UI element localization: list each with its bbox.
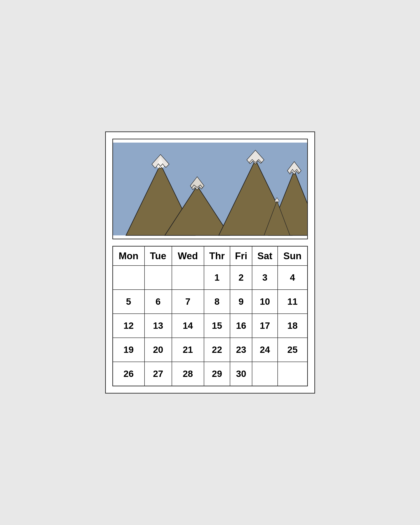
calendar-day-4-1[interactable]: 27 xyxy=(145,362,172,386)
calendar-day-4-5[interactable] xyxy=(252,362,278,386)
calendar-day-3-2[interactable]: 21 xyxy=(172,338,204,362)
calendar-day-0-0[interactable] xyxy=(113,266,145,290)
calendar-header-row: Mon Tue Wed Thr Fri Sat Sun xyxy=(113,246,307,266)
calendar-day-1-3[interactable]: 8 xyxy=(204,290,230,314)
calendar-day-0-4[interactable]: 2 xyxy=(230,266,252,290)
calendar-day-0-6[interactable]: 4 xyxy=(278,266,307,290)
mountain-illustration xyxy=(112,139,308,239)
calendar-day-0-2[interactable] xyxy=(172,266,204,290)
calendar-week-3: 12131415161718 xyxy=(113,314,307,338)
calendar-day-1-0[interactable]: 5 xyxy=(113,290,145,314)
col-thr: Thr xyxy=(204,246,230,266)
calendar-day-0-3[interactable]: 1 xyxy=(204,266,230,290)
calendar-day-1-6[interactable]: 11 xyxy=(278,290,307,314)
calendar-week-1: 1234 xyxy=(113,266,307,290)
calendar-day-2-3[interactable]: 15 xyxy=(204,314,230,338)
calendar-day-2-6[interactable]: 18 xyxy=(278,314,307,338)
calendar-page: Mon Tue Wed Thr Fri Sat Sun 123456789101… xyxy=(105,131,315,394)
col-mon: Mon xyxy=(113,246,145,266)
calendar-day-0-5[interactable]: 3 xyxy=(252,266,278,290)
calendar-day-0-1[interactable] xyxy=(145,266,172,290)
calendar-day-2-4[interactable]: 16 xyxy=(230,314,252,338)
calendar-day-2-2[interactable]: 14 xyxy=(172,314,204,338)
calendar-day-1-2[interactable]: 7 xyxy=(172,290,204,314)
col-wed: Wed xyxy=(172,246,204,266)
col-tue: Tue xyxy=(145,246,172,266)
calendar-day-4-6[interactable] xyxy=(278,362,307,386)
calendar-day-1-5[interactable]: 10 xyxy=(252,290,278,314)
calendar-day-2-0[interactable]: 12 xyxy=(113,314,145,338)
calendar-day-3-6[interactable]: 25 xyxy=(278,338,307,362)
col-sun: Sun xyxy=(278,246,307,266)
calendar-day-4-2[interactable]: 28 xyxy=(172,362,204,386)
col-sat: Sat xyxy=(252,246,278,266)
calendar-table: Mon Tue Wed Thr Fri Sat Sun 123456789101… xyxy=(112,246,308,386)
calendar-day-3-4[interactable]: 23 xyxy=(230,338,252,362)
calendar-week-4: 19202122232425 xyxy=(113,338,307,362)
calendar-week-2: 567891011 xyxy=(113,290,307,314)
calendar-day-3-5[interactable]: 24 xyxy=(252,338,278,362)
calendar-day-3-1[interactable]: 20 xyxy=(145,338,172,362)
calendar-day-3-3[interactable]: 22 xyxy=(204,338,230,362)
calendar-day-4-3[interactable]: 29 xyxy=(204,362,230,386)
calendar-day-2-1[interactable]: 13 xyxy=(145,314,172,338)
calendar-day-3-0[interactable]: 19 xyxy=(113,338,145,362)
col-fri: Fri xyxy=(230,246,252,266)
calendar-week-5: 2627282930 xyxy=(113,362,307,386)
calendar-day-2-5[interactable]: 17 xyxy=(252,314,278,338)
calendar-day-4-0[interactable]: 26 xyxy=(113,362,145,386)
calendar-day-1-1[interactable]: 6 xyxy=(145,290,172,314)
calendar-day-4-4[interactable]: 30 xyxy=(230,362,252,386)
calendar-day-1-4[interactable]: 9 xyxy=(230,290,252,314)
